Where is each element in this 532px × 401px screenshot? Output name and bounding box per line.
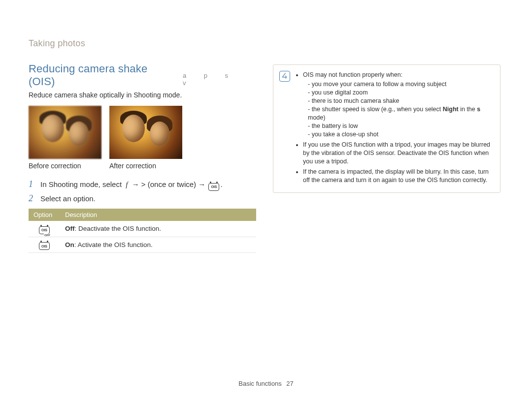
step1-icon-placeholder: f	[126, 181, 128, 188]
ois-icon: OIS	[208, 183, 219, 191]
note-reason: the shutter speed is slow (e.g., when yo…	[308, 105, 492, 122]
note-lead: OIS may not function properly when:	[303, 71, 402, 78]
th-option: Option	[29, 209, 60, 221]
right-column: OIS may not function properly when: you …	[273, 62, 500, 253]
footer-page-number: 27	[286, 380, 293, 387]
step1-text-d: .	[220, 180, 222, 188]
note-reason: there is too much camera shake	[308, 97, 492, 105]
caption-before: Before correction	[29, 162, 101, 170]
image-after-correction	[109, 106, 182, 159]
left-column: Reducing camera shake (OIS) a p s v Redu…	[29, 62, 256, 253]
step-1: 1 In Shooting mode, select f → > (once o…	[29, 180, 256, 190]
note-reason: you take a close-up shot	[308, 130, 492, 139]
caption-after: After correction	[109, 162, 182, 170]
step-number: 1	[29, 180, 35, 188]
ois-on-icon: OIS	[39, 242, 50, 250]
intro-text: Reduce camera shake optically in Shootin…	[29, 91, 256, 99]
note-icon	[279, 71, 290, 82]
note-reason: the battery is low	[308, 122, 492, 130]
opt-on-desc: : Activate the OIS function.	[74, 241, 153, 248]
th-description: Description	[60, 209, 256, 221]
breadcrumb: Taking photos	[29, 38, 503, 49]
step-2: 2 Select an option.	[29, 194, 256, 204]
opt-off-desc: : Deactivate the OIS function.	[75, 225, 162, 232]
ois-off-icon: OISOFF	[39, 226, 50, 234]
step1-text-c: → > (once or twice) →	[132, 180, 206, 188]
table-row: OISOFF Off: Deactivate the OIS function.	[29, 221, 256, 237]
step1-text-a: In Shooting mode, select	[40, 180, 122, 188]
note-box: OIS may not function properly when: you …	[273, 64, 500, 193]
opt-on-label: On	[65, 241, 74, 248]
note-bullet: If you use the OIS function with a tripo…	[303, 141, 492, 166]
opt-off-label: Off	[65, 225, 75, 232]
comparison-images	[29, 106, 256, 159]
step2-text: Select an option.	[40, 194, 256, 204]
note-reason: you use digital zoom	[308, 89, 492, 97]
step-number: 2	[29, 194, 35, 203]
note-bullet: If the camera is impacted, the display w…	[303, 168, 492, 185]
footer-section: Basic functions	[238, 380, 281, 387]
page-title: Reducing camera shake (OIS)	[29, 62, 176, 88]
note-reason: you move your camera to follow a moving …	[308, 80, 492, 89]
mode-indicator-letters: a p s v	[183, 72, 256, 87]
page-footer: Basic functions 27	[0, 380, 532, 387]
table-row: OIS On: Activate the OIS function.	[29, 237, 256, 253]
options-table: Option Description OISOFF Off: Deactivat…	[29, 209, 256, 253]
image-before-correction	[29, 106, 101, 159]
